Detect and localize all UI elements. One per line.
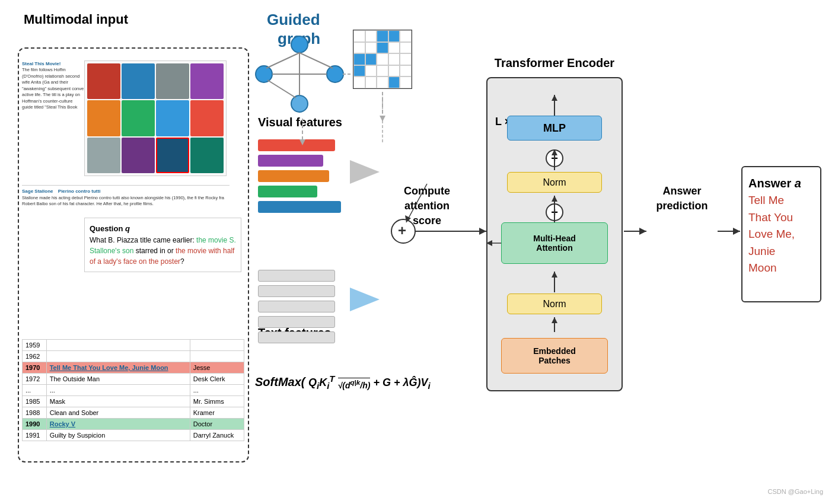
question-box: Question q What B. Piazza title came ear… (84, 218, 241, 272)
table-row: 1962 (23, 351, 244, 362)
svg-marker-14 (350, 160, 380, 184)
table-cell: Tell Me That You Love Me, Junie Moon (46, 362, 190, 374)
embedded-patches-box: EmbeddedPatches (501, 338, 608, 374)
text-bar (258, 331, 335, 343)
svg-point-0 (291, 36, 308, 53)
table-cell (190, 351, 244, 362)
multimodal-label: Multimodal input (24, 12, 128, 27)
wiki-body1: The film follows Hoffm (D'Onofrio) relat… (22, 67, 84, 111)
question-label: Question q (90, 223, 236, 235)
table-cell: 1985 (23, 396, 47, 407)
table-row: 1959 (23, 340, 244, 351)
adj-cell-filled (353, 65, 365, 77)
table-cell: ... (46, 385, 190, 396)
multimodal-box: Steal This Movie! The film follows Hoffm… (18, 47, 249, 462)
norm-box2: Norm (507, 294, 602, 314)
wiki-text-left: Steal This Movie! The film follows Hoffm… (22, 60, 84, 111)
adj-cell-filled (377, 42, 388, 54)
svg-marker-21 (639, 228, 646, 235)
table-cell: 1959 (23, 340, 47, 351)
text-bar (258, 270, 335, 282)
movie-cell (122, 100, 155, 136)
adj-cell (353, 30, 365, 42)
adj-cell (400, 42, 412, 54)
table-cell: Doctor (190, 419, 244, 430)
table-row-highlighted: 1970 Tell Me That You Love Me, Junie Moo… (23, 362, 244, 374)
adj-cell (400, 30, 412, 42)
movie-cell (87, 100, 120, 136)
adj-cell-filled (377, 30, 388, 42)
table-cell: Rocky V (46, 419, 190, 430)
table-cell: ... (190, 385, 244, 396)
table-cell: 1990 (23, 419, 47, 430)
svg-line-8 (267, 80, 296, 98)
question-text: What B. Piazza title came earlier: the m… (90, 235, 236, 267)
adj-cell (400, 65, 412, 77)
movie-cell (190, 63, 224, 99)
compute-attention-label: Compute attention score (391, 184, 463, 229)
svg-line-4 (266, 53, 299, 68)
adj-cell-filled (365, 53, 377, 65)
table-cell: Jesse (190, 362, 244, 374)
text-bar (258, 301, 335, 312)
text-bar (258, 316, 335, 328)
answer-label: Answer a (748, 174, 814, 192)
svg-point-3 (291, 95, 308, 112)
plus-circle-top: + (546, 149, 563, 167)
wiki-text2: Sage Stallone Pierino contro tutti Stall… (22, 185, 230, 208)
adj-cell (365, 65, 377, 77)
table-cell: Mr. Simms (190, 396, 244, 407)
movie-cell (122, 138, 155, 173)
adj-cell (377, 65, 388, 77)
transformer-encoder-label: Transformer Encoder (486, 56, 623, 70)
table-row: 1972 The Outside Man Desk Clerk (23, 374, 244, 385)
table-cell: ... (23, 385, 47, 396)
table-cell: 1972 (23, 374, 47, 385)
adj-cell (365, 30, 377, 42)
adj-cell (400, 53, 412, 65)
adjacency-matrix (353, 30, 412, 89)
table-cell: Darryl Zanuck (190, 430, 244, 441)
multi-head-attention-box: Multi-HeadAttention (501, 222, 608, 264)
watermark: CSDN @Gao+Ling (768, 488, 823, 495)
adj-cell (377, 76, 388, 88)
feat-bar (258, 155, 323, 167)
feat-bar (258, 170, 329, 182)
wiki-body2: Stallone made his acting debut Pierino c… (22, 195, 230, 208)
question-green1: the movie S. (196, 236, 236, 244)
adj-cell-filled (388, 76, 400, 88)
movie-cell (190, 100, 224, 136)
table-cell: Guilty by Suspicion (46, 430, 190, 441)
feat-bar (258, 186, 317, 197)
data-table: 1959 1962 1970 Tell Me That You Love Me,… (22, 339, 244, 441)
answer-text: Tell MeThat YouLove Me,JunieMoon (748, 192, 814, 277)
table-cell: 1970 (23, 362, 47, 374)
table-row-highlighted2: 1990 Rocky V Doctor (23, 419, 244, 430)
movie-cell (156, 63, 189, 99)
adj-cell (365, 76, 377, 88)
table-row: 1991 Guilty by Suspicion Darryl Zanuck (23, 430, 244, 441)
visual-feature-bars (258, 139, 341, 213)
formula-area: SoftMax( QiKiT √(dq|k/h) + G + λĜ)Vi (255, 374, 431, 391)
wiki-title1: Steal This Movie! (22, 60, 84, 67)
movie-cell (156, 100, 189, 136)
feat-bar (258, 201, 341, 213)
table-cell: 1991 (23, 430, 47, 441)
feat-bar (258, 139, 335, 151)
table-cell (46, 351, 190, 362)
question-green2: Stallone's son (90, 247, 133, 255)
answer-box: Answer a Tell MeThat YouLove Me,JunieMoo… (741, 166, 821, 302)
adj-cell (388, 42, 400, 54)
guided-graph-svg (246, 27, 353, 122)
svg-marker-19 (479, 228, 486, 235)
svg-marker-11 (380, 116, 385, 122)
wiki-title3: Pierino contro tutti (58, 189, 101, 194)
adj-cell (353, 42, 365, 54)
svg-line-5 (299, 53, 333, 68)
table-cell: 1988 (23, 407, 47, 419)
answer-prediction-label: Answerprediction (646, 184, 718, 213)
movie-grid (84, 60, 227, 176)
mlp-box: MLP (507, 116, 602, 141)
text-bar (258, 285, 335, 297)
movie-cell (122, 63, 155, 99)
